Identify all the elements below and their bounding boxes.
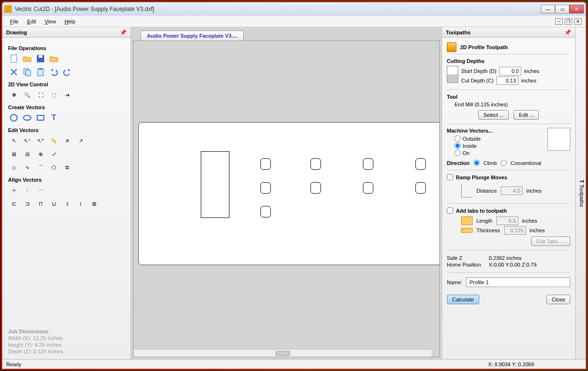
name-label: Name:	[447, 279, 462, 285]
pin-icon[interactable]: 📌	[120, 29, 127, 36]
distance-label: Distance	[476, 188, 497, 194]
depth-diagram-icon	[447, 66, 458, 83]
align-vcenter-icon[interactable]: ⋯	[35, 185, 46, 196]
close-panel-button[interactable]: Close	[547, 295, 570, 304]
distribute-h-icon[interactable]: ⫴	[62, 198, 73, 209]
thickness-label: Thickness	[476, 227, 500, 233]
mv-inside-radio[interactable]	[454, 143, 461, 149]
align-bottom-icon[interactable]: ⊔	[48, 198, 60, 209]
home-value: X:0.00 Y:0.00 Z:0.79	[489, 262, 536, 268]
menu-file[interactable]: File	[6, 18, 22, 25]
menu-view[interactable]: View	[41, 18, 60, 25]
align-grid-icon[interactable]: ⊞	[88, 198, 100, 209]
scrollbar-thumb[interactable]	[276, 351, 290, 356]
cut-depth-input[interactable]	[496, 76, 518, 85]
distribute-v-icon[interactable]: ⫲	[75, 198, 86, 209]
minimize-button[interactable]: —	[541, 5, 555, 13]
unit-label-5: inches	[530, 227, 545, 233]
align-right-icon[interactable]: ⊐	[21, 198, 33, 209]
svg-rect-9	[37, 115, 44, 120]
start-depth-input[interactable]	[499, 67, 521, 75]
curve-icon[interactable]: ∿	[21, 162, 33, 173]
move-icon[interactable]: ↗	[75, 135, 86, 146]
join-icon[interactable]: ⊕	[35, 148, 46, 160]
zoom-window-icon[interactable]: ➔	[62, 89, 73, 101]
menu-edit[interactable]: Edit	[23, 18, 40, 25]
edit-tool-button[interactable]: Edit ...	[514, 110, 539, 120]
toolpaths-side-tab[interactable]: T Toolpaths	[575, 27, 586, 359]
document-tab[interactable]: Audio Power Supply Faceplate V3....	[141, 31, 244, 41]
align-hcenter-icon[interactable]: ⋮	[21, 185, 33, 196]
arc-icon[interactable]: ⌒	[35, 162, 46, 173]
status-ready: Ready	[6, 361, 21, 367]
align-center-icon[interactable]: ⊹	[8, 185, 20, 196]
ungroup-icon[interactable]: ⊟	[21, 148, 33, 160]
hole-1-4	[415, 158, 426, 170]
circle-icon[interactable]	[8, 112, 20, 124]
pan-icon[interactable]: ✥	[8, 89, 20, 101]
copy-icon[interactable]	[21, 66, 33, 78]
scale-icon[interactable]: ⤢	[48, 148, 60, 160]
align-left-icon[interactable]: ⊏	[8, 198, 20, 209]
menu-help[interactable]: Help	[61, 18, 79, 25]
ramp-label: Ramp Plunge Moves	[456, 175, 507, 180]
zoom-fit-icon[interactable]: ⛶	[35, 89, 46, 101]
unit-label: inches	[524, 68, 539, 74]
mv-on-radio[interactable]	[454, 150, 461, 156]
hole-1-1	[260, 158, 271, 170]
zoom-select-icon[interactable]: ⬚	[48, 89, 60, 101]
svg-rect-4	[26, 70, 31, 76]
open-icon[interactable]	[21, 53, 33, 64]
calculate-button[interactable]: Calculate	[447, 295, 479, 304]
profile-toolpath-icon	[447, 42, 456, 52]
zoom-icon[interactable]: 🔍	[21, 89, 33, 101]
measure-icon[interactable]: 📏	[48, 135, 60, 146]
paste-icon[interactable]	[35, 66, 46, 78]
redo-icon[interactable]	[62, 66, 73, 78]
toolpath-name-input[interactable]	[466, 278, 570, 287]
new-file-icon[interactable]	[8, 53, 20, 64]
climb-radio[interactable]	[474, 160, 480, 166]
ramp-distance-input	[501, 186, 523, 195]
svg-point-8	[23, 115, 31, 120]
node-edit-icon[interactable]: ↖⁺	[21, 135, 33, 146]
hole-3-1	[260, 206, 271, 217]
select-icon[interactable]: ↖	[8, 135, 20, 146]
toolpaths-pin-icon[interactable]: 📌	[564, 29, 571, 36]
mdi-close[interactable]: ✕	[574, 18, 582, 25]
svg-rect-2	[39, 55, 42, 58]
close-button[interactable]: ✕	[569, 5, 584, 13]
job-dims-title: Job Dimensions	[8, 329, 125, 334]
undo-icon[interactable]	[48, 66, 60, 78]
group-icon[interactable]: ⊞	[8, 148, 20, 160]
offset-icon[interactable]: ⧉	[62, 162, 73, 173]
align-top-icon[interactable]: ⊓	[35, 198, 46, 209]
maximize-button[interactable]: ▭	[555, 5, 569, 13]
conventional-radio[interactable]	[501, 160, 507, 166]
hole-2-3	[363, 182, 373, 194]
import-icon[interactable]	[48, 53, 60, 64]
svg-rect-6	[39, 68, 42, 70]
mdi-minimize[interactable]: –	[555, 18, 563, 25]
horizontal-scrollbar[interactable]	[134, 349, 432, 357]
trim-icon[interactable]: ◇	[8, 162, 20, 173]
tab-strip: Audio Power Supply Faceplate V3....	[131, 27, 442, 41]
cut-icon[interactable]	[8, 66, 20, 78]
ramp-checkbox[interactable]	[447, 174, 453, 180]
tab-length-input	[496, 216, 518, 225]
select-all-icon[interactable]: ↖*	[35, 135, 46, 146]
mdi-restore[interactable]: ❐	[565, 18, 572, 25]
canvas[interactable]	[133, 41, 440, 357]
polygon-icon[interactable]: ⬠	[48, 162, 60, 173]
mv-outside-radio[interactable]	[454, 135, 461, 142]
rectangle-icon[interactable]	[35, 112, 46, 124]
ellipse-icon[interactable]	[21, 112, 33, 124]
text-icon[interactable]: T	[48, 112, 60, 124]
delete-icon[interactable]: ✕	[62, 135, 73, 146]
select-tool-button[interactable]: Select ...	[478, 110, 509, 120]
job-width: Width (X): 12.25 inches	[8, 335, 125, 341]
tabs-checkbox[interactable]	[447, 207, 453, 214]
save-icon[interactable]	[35, 53, 46, 64]
mv-on-label: On	[463, 150, 470, 156]
svg-rect-0	[11, 55, 17, 62]
